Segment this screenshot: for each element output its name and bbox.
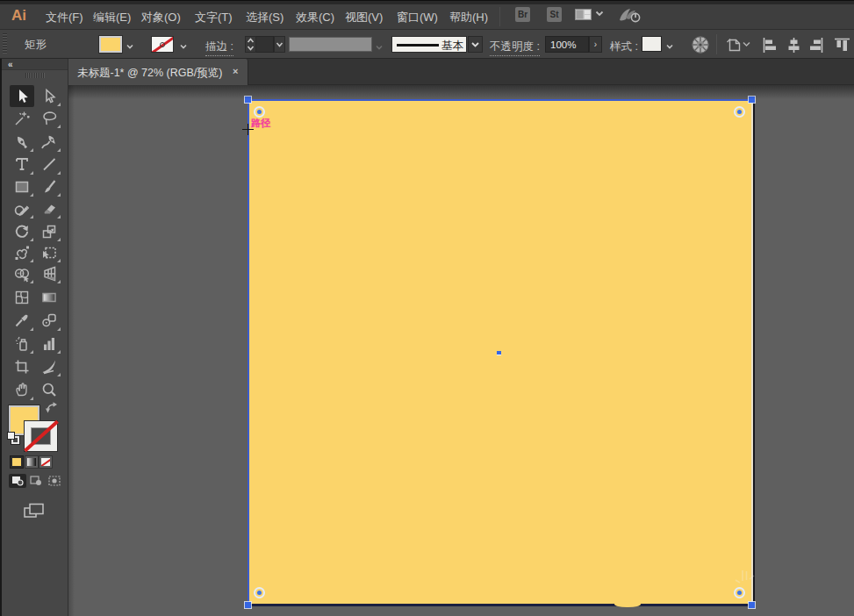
bridge-button[interactable]: Br	[515, 7, 530, 22]
magic-wand-tool-button[interactable]	[10, 107, 34, 129]
paintbrush-tool-button[interactable]	[37, 175, 61, 197]
gradient-tool-button[interactable]	[37, 287, 61, 309]
pencil-shaper-tool-button[interactable]	[10, 197, 34, 219]
yellow-shape-bump	[614, 601, 641, 608]
draw-normal-button[interactable]	[9, 474, 26, 488]
align-left-icon[interactable]	[763, 38, 778, 53]
scale-tool-button[interactable]	[37, 220, 61, 242]
tools-panel-header: «	[2, 59, 68, 70]
flyout-triangle-icon	[30, 350, 33, 354]
stroke-chevron-down-icon[interactable]	[179, 39, 188, 54]
direct-selection-tool-button[interactable]	[37, 85, 61, 107]
blend-tool-button[interactable]	[37, 310, 61, 332]
menu-item-7[interactable]: 视图(V)	[345, 10, 383, 25]
align-options-chevron-down-icon[interactable]	[743, 41, 750, 47]
current-tool-label: 矩形	[25, 38, 47, 53]
selection-tool-button[interactable]	[10, 85, 34, 107]
menu-item-3[interactable]: 对象(O)	[141, 10, 181, 25]
flyout-triangle-icon	[57, 373, 61, 376]
graphic-style-swatch[interactable]	[642, 36, 662, 52]
paint-color-button[interactable]	[10, 455, 24, 469]
screen-mode-button[interactable]	[24, 503, 47, 520]
free-transform-tool-button[interactable]	[37, 241, 61, 263]
control-bar: 矩形 描边 : 基本	[0, 30, 854, 59]
basic-stroke-line-icon	[397, 44, 439, 47]
width-profile-dropdown[interactable]	[289, 37, 372, 52]
stroke-indicator[interactable]	[25, 421, 57, 451]
workspace-layout-icon[interactable]	[575, 9, 592, 20]
align-center-horizontal-icon[interactable]	[786, 38, 801, 53]
rectangle-tool-button[interactable]	[10, 175, 34, 197]
menu-item-9[interactable]: 帮助(H)	[449, 10, 488, 25]
selection-edge-left	[248, 99, 249, 605]
workspace-chevron-down-icon[interactable]	[595, 11, 604, 17]
stroke-color-swatch[interactable]	[151, 36, 174, 53]
selection-handle-bottom-left[interactable]	[245, 602, 251, 608]
opacity-expand-button[interactable]: ›	[589, 36, 602, 53]
fill-chevron-down-icon[interactable]	[126, 39, 134, 54]
swap-fill-stroke-icon[interactable]	[46, 402, 59, 413]
stroke-weight-stepper[interactable]	[245, 36, 256, 53]
line-segment-tool-button[interactable]	[37, 154, 61, 175]
menu-item-8[interactable]: 窗口(W)	[397, 10, 438, 25]
eraser-tool-button[interactable]	[37, 197, 61, 219]
crosshair-cursor	[242, 124, 254, 135]
pen-tool-button[interactable]	[10, 131, 34, 153]
align-right-icon[interactable]	[808, 38, 823, 53]
brush-definition-chevron-down-icon[interactable]	[468, 36, 483, 53]
style-chevron-down-icon[interactable]	[665, 39, 674, 54]
menu-item-2[interactable]: 编辑(E)	[93, 10, 131, 25]
control-bar-grip[interactable]	[3, 33, 7, 54]
flyout-triangle-icon	[57, 193, 61, 197]
slice-tool-button[interactable]	[37, 355, 61, 377]
hand-tool-button[interactable]	[10, 379, 34, 401]
align-to-artboard-icon[interactable]	[726, 37, 743, 53]
stroke-weight-label[interactable]: 描边 :	[205, 39, 233, 56]
symbol-sprayer-tool-button[interactable]	[10, 333, 34, 355]
recolor-artwork-icon[interactable]	[691, 35, 710, 54]
mesh-tool-button[interactable]	[10, 287, 34, 309]
artboard-tool-button[interactable]	[10, 355, 34, 377]
menu-item-1[interactable]: 文件(F)	[46, 10, 83, 25]
rotate-tool-button[interactable]	[10, 220, 34, 242]
tools-panel-grip[interactable]	[25, 73, 45, 78]
smart-guide-label: 路径	[251, 117, 270, 130]
curvature-tool-button[interactable]	[37, 131, 61, 153]
selection-center-point[interactable]	[497, 351, 501, 355]
opacity-field[interactable]: 100%	[545, 36, 589, 53]
target-ring-top-right	[734, 106, 745, 118]
type-tool-button[interactable]	[10, 154, 34, 175]
flyout-triangle-icon	[30, 215, 33, 218]
draw-inside-button[interactable]	[46, 474, 63, 488]
canvas-left-shadow	[68, 85, 75, 616]
menu-item-6[interactable]: 效果(C)	[296, 10, 334, 25]
eyedropper-tool-button[interactable]	[10, 310, 34, 332]
draw-behind-button[interactable]	[27, 474, 45, 488]
paint-gradient-button[interactable]	[25, 455, 39, 469]
collapse-panel-icon[interactable]: «	[8, 60, 12, 69]
canvas-area[interactable]: 路径	[68, 85, 854, 616]
stroke-weight-chevron-down-icon[interactable]	[274, 36, 285, 53]
menu-item-5[interactable]: 选择(S)	[246, 10, 283, 25]
illustrator-window: Ai 文件(F)编辑(E)对象(O)文字(T)选择(S)效果(C)视图(V)窗口…	[0, 0, 854, 616]
tab-close-icon[interactable]: ×	[233, 66, 238, 76]
width-tool-button[interactable]	[10, 241, 34, 263]
align-top-icon[interactable]	[835, 38, 850, 53]
lasso-tool-button[interactable]	[37, 107, 61, 129]
paint-none-button[interactable]	[39, 455, 53, 469]
opacity-label[interactable]: 不透明度 :	[490, 39, 540, 56]
document-tab[interactable]: 未标题-1* @ 72% (RGB/预览) ×	[68, 59, 248, 85]
cs-live-icon[interactable]	[617, 6, 642, 24]
stock-button[interactable]: St	[547, 7, 562, 22]
tools-panel: «	[0, 59, 68, 616]
selection-handle-bottom-right[interactable]	[749, 602, 755, 608]
stroke-weight-field[interactable]	[256, 36, 274, 53]
perspective-grid-tool-button[interactable]	[37, 262, 61, 284]
brush-definition-dropdown[interactable]: 基本	[391, 36, 467, 53]
zoom-tool-button[interactable]	[37, 379, 61, 401]
menu-item-4[interactable]: 文字(T)	[195, 10, 233, 25]
shape-builder-tool-button[interactable]	[10, 262, 34, 284]
fill-color-swatch[interactable]	[99, 36, 122, 53]
column-graph-tool-button[interactable]	[37, 333, 61, 355]
flyout-triangle-icon	[57, 171, 61, 175]
